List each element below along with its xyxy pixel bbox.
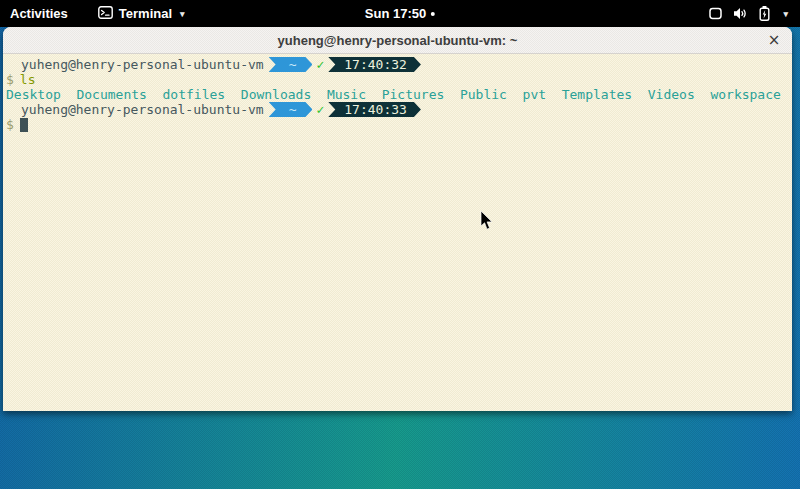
close-button[interactable]: × bbox=[765, 31, 783, 49]
topbar-left: Activities Terminal ▾ bbox=[0, 0, 191, 27]
prompt-symbol: $ bbox=[6, 117, 14, 132]
clock-label: Sun 17:50 bbox=[365, 6, 426, 21]
desktop: { "topbar": { "activities_label": "Activ… bbox=[0, 0, 800, 489]
window-title: yuheng@henry-personal-ubuntu-vm: ~ bbox=[278, 33, 518, 48]
chevron-down-icon: ▾ bbox=[783, 9, 788, 19]
window-titlebar[interactable]: yuheng@henry-personal-ubuntu-vm: ~ × bbox=[3, 27, 792, 54]
chevron-down-icon: ▾ bbox=[180, 9, 185, 19]
current-input-line: $ bbox=[6, 117, 789, 132]
terminal-screen[interactable]: yuheng@henry-personal-ubuntu-vm ~ ✓ 17:4… bbox=[3, 54, 792, 411]
time-badge: 17:40:33 bbox=[328, 102, 421, 117]
success-check-icon: ✓ bbox=[316, 102, 324, 117]
activities-button[interactable]: Activities bbox=[0, 0, 78, 27]
screen-icon bbox=[709, 7, 722, 20]
volume-icon bbox=[733, 7, 748, 20]
battery-charging-icon bbox=[759, 6, 770, 21]
system-status-menu[interactable]: ▾ bbox=[697, 0, 800, 27]
app-menu-terminal[interactable]: Terminal ▾ bbox=[92, 0, 191, 27]
prompt-username: yuheng@henry-personal-ubuntu-vm bbox=[21, 57, 264, 72]
prompt-username: yuheng@henry-personal-ubuntu-vm bbox=[21, 102, 264, 117]
terminal-app-icon bbox=[98, 6, 113, 22]
notification-dot bbox=[431, 12, 435, 16]
top-bar: Activities Terminal ▾ Sun 17:50 bbox=[0, 0, 800, 27]
ls-output: Desktop Documents dotfiles Downloads Mus… bbox=[6, 87, 789, 102]
app-menu-label: Terminal bbox=[119, 6, 172, 21]
terminal-cursor bbox=[20, 118, 28, 132]
time-badge: 17:40:32 bbox=[328, 57, 421, 72]
command-line: $ ls bbox=[6, 72, 789, 87]
command-text: ls bbox=[20, 72, 36, 87]
clock-menu[interactable]: Sun 17:50 bbox=[365, 0, 435, 27]
prompt-line: yuheng@henry-personal-ubuntu-vm ~ ✓ 17:4… bbox=[6, 102, 789, 117]
cwd-badge: ~ bbox=[269, 102, 313, 117]
prompt-symbol: $ bbox=[6, 72, 14, 87]
cwd-badge: ~ bbox=[269, 57, 313, 72]
success-check-icon: ✓ bbox=[316, 57, 324, 72]
prompt-line: yuheng@henry-personal-ubuntu-vm ~ ✓ 17:4… bbox=[6, 57, 789, 72]
terminal-window: yuheng@henry-personal-ubuntu-vm: ~ × yuh… bbox=[3, 27, 792, 411]
